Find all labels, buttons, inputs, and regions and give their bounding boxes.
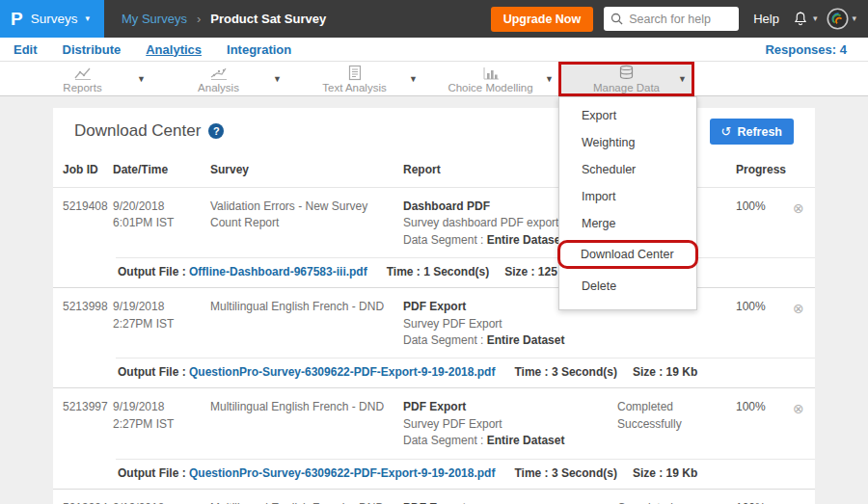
job-id-cell: 5213994	[63, 500, 113, 504]
toolbar-label: Choice Modelling	[448, 82, 532, 93]
breadcrumb-my-surveys[interactable]: My Surveys	[122, 12, 187, 26]
breadcrumb: My Surveys › Product Sat Survey	[122, 12, 326, 26]
help-link[interactable]: Help	[753, 12, 779, 26]
menu-item[interactable]: Scheduler	[559, 156, 696, 183]
table-header-row: Job ID Date/Time Survey Report Progress	[53, 154, 815, 188]
date-time-cell: 9/20/2018 6:01PM IST	[113, 199, 210, 249]
avatar-gauge-icon	[827, 8, 849, 30]
toolbar-manage-data[interactable]: Manage Data ▼	[558, 62, 694, 96]
col-header-actions	[793, 163, 825, 176]
chevron-down-icon[interactable]: ▼	[545, 74, 554, 84]
actions-cell: ⊗	[793, 299, 825, 349]
survey-cell: Multilingual English French - DND	[210, 500, 403, 504]
data-segment-value: Entire Dataset	[487, 233, 565, 247]
search-input[interactable]	[629, 13, 732, 26]
report-title: PDF Export	[403, 500, 606, 504]
upgrade-now-button[interactable]: Upgrade Now	[491, 7, 594, 32]
chevron-down-icon: ▾	[85, 14, 90, 23]
table-row: 5213997 9/19/2018 2:27PM IST Multilingua…	[53, 388, 815, 489]
menu-item[interactable]: Weighting	[559, 129, 696, 156]
table-row: 5213998 9/19/2018 2:27PM IST Multilingua…	[53, 288, 815, 388]
account-menu[interactable]: ▾	[827, 8, 856, 30]
notifications-button[interactable]: ▾	[792, 11, 818, 28]
app-header: P Surveys ▾ My Surveys › Product Sat Sur…	[0, 0, 868, 38]
output-file-link[interactable]: QuestionPro-Survey-6309622-PDF-Export-9-…	[189, 466, 495, 480]
tab-integration[interactable]: Integration	[227, 42, 291, 57]
output-file-label: Output File :	[118, 365, 186, 379]
job-id-cell: 5213998	[63, 299, 113, 349]
data-segment-label: Data Segment :	[403, 333, 483, 347]
report-description: Survey PDF Export	[403, 416, 606, 433]
database-icon	[617, 65, 636, 81]
job-size: Size : 19 Kb	[633, 365, 697, 379]
output-file-row: Output File : Offline-Dashboard-967583-i…	[116, 257, 815, 287]
survey-cell: Multilingual English French - DND	[210, 399, 403, 449]
col-header-progress: Progress	[736, 163, 793, 176]
progress-cell: 100%	[736, 199, 793, 249]
tab-distribute[interactable]: Distribute	[63, 42, 122, 57]
analytics-toolbar: Reports ▼ Analysis ▼ Text Analysis ▼ Cho…	[0, 62, 868, 96]
data-segment-label: Data Segment :	[403, 233, 483, 247]
chevron-down-icon: ▾	[813, 14, 818, 23]
table-row: 5219408 9/20/2018 6:01PM IST Validation …	[53, 188, 815, 288]
breadcrumb-current-survey: Product Sat Survey	[210, 12, 326, 26]
col-header-date-time: Date/Time	[113, 163, 210, 176]
cancel-job-icon[interactable]: ⊗	[793, 200, 804, 216]
toolbar-analysis[interactable]: Analysis ▼	[150, 62, 286, 96]
date-time-cell: 9/19/2018 2:27PM IST	[113, 299, 210, 349]
help-question-icon[interactable]: ?	[208, 123, 224, 139]
output-file-row: Output File : QuestionPro-Survey-6309622…	[116, 459, 815, 489]
toolbar-label: Analysis	[198, 82, 239, 93]
survey-cell: Multilingual English French - DND	[210, 299, 403, 349]
menu-item[interactable]: Export	[559, 102, 696, 129]
job-time: Time : 3 Second(s)	[514, 466, 616, 480]
scatter-chart-icon	[209, 66, 229, 81]
refresh-icon: ↺	[721, 124, 732, 139]
chevron-down-icon[interactable]: ▼	[678, 74, 687, 84]
help-search-box[interactable]	[604, 7, 739, 31]
survey-cell: Validation Errors - New Survey Count Rep…	[210, 199, 403, 249]
product-menu[interactable]: P Surveys ▾	[0, 0, 104, 38]
status-cell: Completed Successfully	[617, 399, 736, 449]
data-segment-value: Entire Dataset	[487, 434, 565, 447]
job-id-cell: 5213997	[63, 399, 113, 449]
chevron-down-icon[interactable]: ▼	[137, 74, 146, 84]
tab-edit[interactable]: Edit	[14, 42, 38, 57]
output-file-link[interactable]: QuestionPro-Survey-6309622-PDF-Export-9-…	[189, 365, 495, 379]
data-segment-line: Data Segment : Entire Dataset	[403, 433, 606, 449]
breadcrumb-separator-icon: ›	[197, 12, 201, 26]
toolbar-reports[interactable]: Reports ▼	[14, 62, 150, 96]
refresh-button[interactable]: ↺Refresh	[710, 119, 794, 145]
report-cell: PDF Export Survey PDF Export Data Segmen…	[403, 399, 617, 449]
manage-data-dropdown: Export Weighting Scheduler Import Merge …	[558, 96, 697, 310]
responses-count: Responses: 4	[765, 42, 847, 57]
cancel-job-icon[interactable]: ⊗	[793, 301, 804, 316]
col-header-job-id: Job ID	[63, 163, 113, 176]
refresh-label: Refresh	[737, 125, 782, 139]
toolbar-choice-modelling[interactable]: Choice Modelling ▼	[422, 62, 558, 96]
menu-item[interactable]: Import	[559, 183, 696, 210]
toolbar-text-analysis[interactable]: Text Analysis ▼	[286, 62, 422, 96]
actions-cell: ⊗	[793, 399, 825, 449]
menu-item[interactable]: Merge	[559, 210, 696, 237]
data-segment-label: Data Segment :	[403, 434, 483, 447]
search-icon	[610, 13, 623, 25]
table-row: 5213994 9/19/2018 2:26PM IST Multilingua…	[53, 490, 815, 504]
toolbar-label: Reports	[63, 82, 101, 93]
progress-cell: 100%	[736, 399, 793, 449]
job-time: Time : 3 Second(s)	[514, 365, 616, 379]
menu-item[interactable]: Download Center	[557, 240, 698, 269]
output-file-link[interactable]: Offline-Dashboard-967583-iii.pdf	[189, 265, 367, 279]
chevron-down-icon[interactable]: ▼	[409, 74, 418, 84]
cancel-job-icon[interactable]: ⊗	[793, 401, 804, 416]
menu-item[interactable]: Delete	[559, 273, 696, 300]
actions-cell: ⊗	[793, 199, 825, 249]
output-file-label: Output File :	[118, 265, 186, 279]
toolbar-label: Text Analysis	[322, 82, 386, 93]
chevron-down-icon[interactable]: ▼	[273, 74, 282, 84]
tab-analytics[interactable]: Analytics	[146, 42, 202, 57]
data-segment-line: Data Segment : Entire Dataset	[403, 332, 606, 349]
col-header-survey: Survey	[210, 163, 403, 176]
survey-nav-tabs: Edit Distribute Analytics Integration Re…	[0, 38, 868, 62]
date-time-cell: 9/19/2018 2:27PM IST	[113, 399, 210, 449]
